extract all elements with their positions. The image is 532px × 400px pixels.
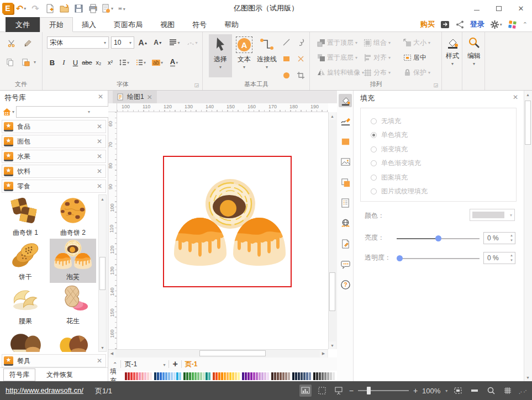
scroll-thumb[interactable] [199,350,266,356]
line-style-tool-button[interactable] [339,114,352,128]
category-close-icon[interactable]: ✕ [97,138,102,145]
color-swatch[interactable] [179,372,181,380]
active-page-tab[interactable]: 页-1 [185,360,198,369]
symbol-peanut[interactable]: 花生 [50,283,96,327]
color-swatch[interactable] [133,372,135,380]
color-swatch[interactable] [285,372,287,380]
fit-page-button[interactable] [452,385,464,397]
arrange-send-back-button[interactable]: 置于底层▾ [317,51,357,64]
fit-width-button[interactable] [468,385,481,397]
color-swatch[interactable] [176,372,178,380]
insert-image-tool-button[interactable] [339,155,352,169]
scroll-down-icon[interactable]: ▼ [99,344,106,351]
color-swatch[interactable] [245,372,247,380]
highlight-button[interactable]: ab▾ [149,56,166,69]
panel-tab-文件恢复[interactable]: 文件恢复 [41,369,78,381]
search-dropdown-icon[interactable]: ▾ [88,109,90,114]
menu-tab-插入[interactable]: 插入 [73,17,105,32]
fill-option-2[interactable]: 渐变填充 [371,144,408,154]
color-swatch[interactable] [288,372,290,380]
shrink-font-button[interactable]: A▼ [151,36,165,49]
color-swatch[interactable] [229,372,231,380]
color-swatch[interactable] [247,372,250,380]
close-button[interactable]: ✕ [510,0,532,17]
color-swatch[interactable] [327,372,329,380]
fill-option-0[interactable]: 无填充 [371,116,401,126]
color-swatch[interactable] [154,372,156,380]
category-面包[interactable]: ★面包✕ [2,135,106,148]
arrange-distribute-button[interactable]: 分布▾ [364,66,391,78]
menu-tab-文件[interactable]: 文件 [6,17,40,32]
color-swatch[interactable] [125,372,127,380]
symbol-cashew[interactable]: 腰果 [2,283,49,327]
grid-button[interactable] [502,385,514,397]
fill-color-dropdown[interactable]: ▾ [470,209,515,221]
copy-icon[interactable] [4,56,15,67]
new-button[interactable] [43,2,56,15]
fill-option-4[interactable]: 图案填充 [371,172,408,182]
scroll-up-icon[interactable]: ▲ [99,195,106,203]
list-button[interactable]: ▾ [133,56,149,69]
zoom-in-button[interactable]: + [413,386,418,395]
underline-button[interactable]: U [70,56,81,69]
category-饮料[interactable]: ★饮料✕ [2,165,106,178]
fill-option-5[interactable]: 图片或纹理填充 [371,187,428,197]
color-swatch[interactable] [313,372,315,380]
selected-shape-pastry[interactable] [163,156,292,287]
grow-font-button[interactable]: A▲ [136,36,150,49]
save-button[interactable] [72,2,85,15]
color-swatch[interactable] [256,372,258,380]
symbol-puff[interactable]: 泡芙 [50,239,96,283]
note-tool-button[interactable] [339,196,352,209]
zoom-out-button[interactable]: − [349,386,354,395]
pinwheel-icon[interactable] [508,20,517,29]
arrange-align-button[interactable]: 对齐▾ [364,51,391,64]
color-swatch[interactable] [168,372,170,380]
brightness-slider[interactable] [397,238,480,239]
color-swatch[interactable] [319,372,321,380]
library-home-button[interactable]: ▾ [2,107,14,117]
color-swatch[interactable] [292,372,294,380]
color-swatch[interactable] [171,372,173,380]
symbol-cracker[interactable]: 饼干 [2,239,49,283]
maximize-button[interactable] [488,0,510,17]
resize-grip[interactable]: ⡠⠔ [518,388,528,394]
color-swatch[interactable] [147,372,149,380]
connection-point-tool-icon[interactable] [295,53,306,64]
panel-close-icon[interactable]: ✕ [98,93,103,101]
arrange-center-button[interactable]: 居中 [403,51,426,64]
color-swatch[interactable] [280,372,282,380]
arrange-rotate-mirror-button[interactable]: 旋转和镜像▾ [317,66,364,78]
color-swatch[interactable] [150,372,152,380]
color-swatch[interactable] [324,372,326,380]
help-tool-button[interactable]: ? [339,278,352,291]
color-swatch[interactable] [206,372,208,380]
format-painter-icon[interactable] [22,38,33,49]
color-swatch[interactable] [250,372,252,380]
color-swatch[interactable] [271,372,273,380]
scroll-thumb[interactable] [329,272,335,311]
select-region-button[interactable] [316,385,328,397]
color-swatch[interactable] [316,372,318,380]
zoom-slider[interactable] [358,390,409,391]
color-swatch[interactable] [162,372,165,380]
color-swatch[interactable] [194,372,197,380]
community-icon[interactable] [440,20,450,29]
scroll-up-icon[interactable]: ▲ [329,112,336,120]
line-spacing-button[interactable]: ▾ [116,56,133,69]
panel-scrollbar[interactable]: ▲ ▼ [524,91,532,381]
text-arc-button[interactable]: ▾ [185,36,200,49]
add-page-button[interactable]: + [172,359,177,369]
paste-dropdown-icon[interactable]: ▾ [34,60,36,65]
symbol-scrollbar[interactable]: ▲ ▼ [98,194,107,352]
color-swatch[interactable] [227,372,229,380]
symbol-chestnut1[interactable] [2,327,49,352]
color-swatch[interactable] [139,372,141,380]
drawing-page[interactable] [117,112,328,349]
presentation-button[interactable] [333,385,345,397]
zoom-region-button[interactable] [485,385,497,397]
document-tab[interactable]: 绘图1 ✕ [113,91,157,103]
transparency-spinner[interactable]: 0 % ▲▼ [483,252,515,264]
category-close-icon[interactable]: ✕ [97,182,102,190]
color-swatch[interactable] [213,372,215,380]
